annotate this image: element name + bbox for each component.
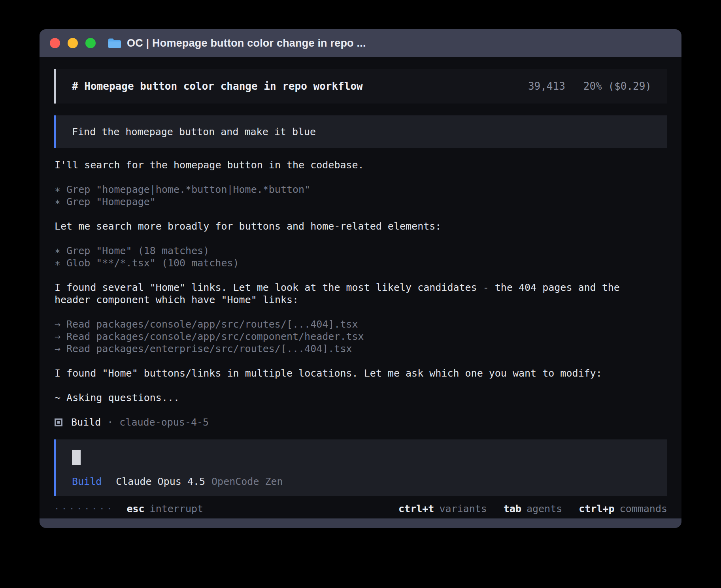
folder-icon [108,38,121,49]
tool-call-text: Grep "homepage|home.*button|Home.*button… [66,184,310,195]
window-controls [50,38,96,48]
titlebar[interactable]: OC | Homepage button color change in rep… [40,29,681,57]
agent-model: claude-opus-4-5 [119,416,209,428]
activity-status: ~ Asking questions... [55,392,666,404]
tool-call: ∗Grep "homepage|home.*button|Home.*butto… [55,183,666,196]
shortcut-commands: ctrl+p commands [579,503,667,514]
grep-marker-icon: ∗ [55,245,60,257]
input-provider-label: OpenCode Zen [211,476,283,487]
zoom-button[interactable] [85,38,96,48]
shortcut-label: commands [620,503,667,514]
assistant-message: I found several "Home" links. Let me loo… [55,281,640,306]
status-bar: ········ esc interrupt ctrl+t variants t… [54,503,667,514]
tool-call-text: Read packages/console/app/src/routes/[..… [66,318,358,330]
user-message-text: Find the homepage button and make it blu… [72,126,316,138]
shortcut-label: variants [439,503,487,514]
user-message: Find the homepage button and make it blu… [54,115,667,148]
grep-marker-icon: ∗ [55,196,60,208]
shortcut-key: ctrl+t [398,503,434,514]
shortcut-hints: ctrl+t variants tab agents ctrl+p comman… [382,503,667,514]
tool-call: ∗Grep "Homepage" [55,196,666,208]
session-header: # Homepage button color change in repo w… [54,69,667,104]
esc-key-label: interrupt [150,503,203,514]
shortcut-agents: tab agents [504,503,562,514]
input-model-label: Claude Opus 4.5 [116,476,205,487]
input-mode-label: Build [72,476,102,487]
separator-dot: · [107,416,113,428]
grep-marker-icon: ∗ [55,183,60,196]
tool-call-group: →Read packages/console/app/src/routes/[.… [55,318,666,355]
glob-marker-icon: ∗ [55,257,60,269]
shortcut-key: tab [504,503,521,514]
token-count: 39,413 [528,80,565,92]
read-arrow-icon: → [55,318,60,330]
spinner-dots-icon: ········ [54,503,114,514]
input-meta: Build Claude Opus 4.5 OpenCode Zen [72,476,651,487]
tool-call: →Read packages/console/app/src/routes/[.… [55,318,666,330]
tool-call-group: ∗Grep "homepage|home.*button|Home.*butto… [55,183,666,208]
tool-call-text: Grep "Home" (18 matches) [66,245,209,256]
tool-call-text: Grep "Homepage" [66,196,156,207]
assistant-message: I found "Home" buttons/links in multiple… [55,367,640,379]
shortcut-key: ctrl+p [579,503,614,514]
assistant-message: I'll search for the homepage button in t… [55,159,640,171]
assistant-transcript: I'll search for the homepage button in t… [54,148,667,428]
session-view: # Homepage button color change in repo w… [40,57,681,514]
read-arrow-icon: → [55,343,60,355]
read-arrow-icon: → [55,330,60,343]
minimize-button[interactable] [68,38,78,48]
tool-call-group: ∗Grep "Home" (18 matches) ∗Glob "**/*.ts… [55,245,666,269]
tool-call: ∗Glob "**/*.tsx" (100 matches) [55,257,666,269]
tool-call: ∗Grep "Home" (18 matches) [55,245,666,257]
tool-call-text: Read packages/enterprise/src/routes/[...… [66,343,352,354]
text-cursor [72,450,81,465]
context-cost: 20% ($0.29) [583,80,651,92]
esc-key-hint: esc [126,503,144,514]
shortcut-variants: ctrl+t variants [398,503,487,514]
session-stats: 39,413 20% ($0.29) [528,80,651,92]
tool-call: →Read packages/console/app/src/component… [55,330,666,343]
close-button[interactable] [50,38,60,48]
agent-status-icon [55,418,62,426]
prompt-input[interactable]: Build Claude Opus 4.5 OpenCode Zen [54,439,667,496]
tool-call-text: Read packages/console/app/src/component/… [66,331,364,342]
session-title: # Homepage button color change in repo w… [72,80,363,92]
tool-call: →Read packages/enterprise/src/routes/[..… [55,343,666,355]
assistant-message: Let me search more broadly for buttons a… [55,220,640,232]
terminal-window: OC | Homepage button color change in rep… [40,29,681,528]
shortcut-label: agents [527,503,562,514]
agent-status-line: Build · claude-opus-4-5 [55,416,666,428]
window-footer [40,518,681,528]
agent-name: Build [71,416,101,428]
tool-call-text: Glob "**/*.tsx" (100 matches) [66,257,239,269]
window-title: OC | Homepage button color change in rep… [127,37,366,49]
